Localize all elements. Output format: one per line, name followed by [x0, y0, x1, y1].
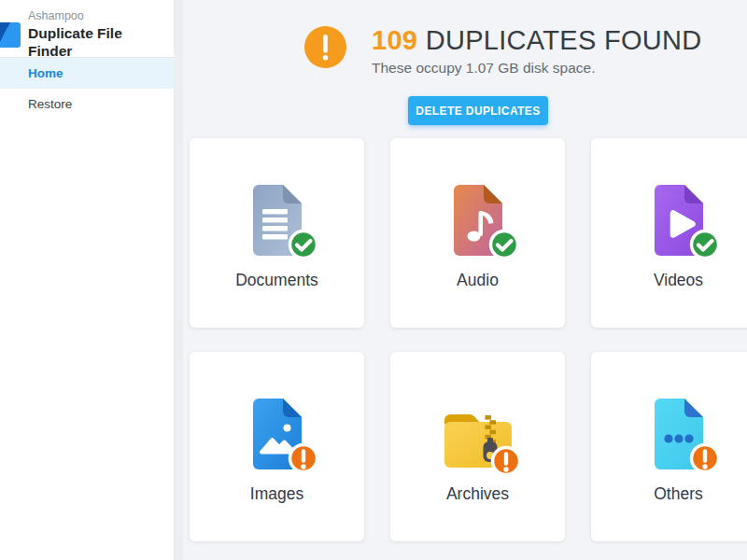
brand-header: Ashampoo Duplicate File Finder: [0, 0, 174, 58]
card-label: Documents: [235, 271, 318, 290]
page-title: 109 DUPLICATES FOUND: [372, 25, 702, 55]
card-others[interactable]: Others: [591, 352, 747, 541]
video-file-icon: [634, 179, 724, 269]
cta-row: DELETE DUPLICATES: [190, 96, 747, 125]
card-label: Audio: [457, 271, 499, 290]
duplicates-count: 109: [372, 25, 417, 55]
card-videos[interactable]: Videos: [591, 138, 747, 328]
archive-folder-icon: [433, 393, 523, 483]
summary-subtitle: These occupy 1.07 GB disk space.: [372, 60, 702, 77]
check-badge-icon: [490, 231, 517, 259]
exclamation-badge-icon: [492, 448, 519, 475]
card-audio[interactable]: Audio: [390, 138, 565, 328]
card-images[interactable]: Images: [190, 352, 364, 541]
document-file-icon: [233, 179, 322, 269]
image-file-icon: [233, 393, 322, 483]
card-archives[interactable]: Archives: [390, 352, 565, 541]
summary-header: 109 DUPLICATES FOUND These occupy 1.07 G…: [303, 25, 747, 77]
category-grid: Documents Audio: [190, 138, 747, 541]
sidebar-scrollbar-gutter: [174, 0, 183, 560]
sidebar: Ashampoo Duplicate File Finder Home Rest…: [0, 0, 174, 560]
brand-app-name: Duplicate File Finder: [28, 24, 164, 60]
sidebar-item-restore[interactable]: Restore: [0, 89, 174, 119]
card-label: Images: [250, 484, 303, 504]
audio-file-icon: [433, 179, 523, 269]
sidebar-nav: Home Restore: [0, 58, 174, 119]
sidebar-item-home[interactable]: Home: [0, 58, 174, 89]
exclamation-badge-icon: [691, 445, 718, 472]
app-window: Ashampoo Duplicate File Finder Home Rest…: [0, 0, 747, 560]
check-badge-icon: [691, 231, 718, 259]
duplicates-title: DUPLICATES FOUND: [426, 25, 702, 55]
summary-text: 109 DUPLICATES FOUND These occupy 1.07 G…: [372, 25, 702, 77]
card-documents[interactable]: Documents: [190, 138, 364, 328]
card-label: Archives: [446, 484, 509, 504]
delete-duplicates-button[interactable]: DELETE DUPLICATES: [408, 96, 548, 125]
main-content: 109 DUPLICATES FOUND These occupy 1.07 G…: [183, 0, 747, 560]
ashampoo-logo-icon: [0, 22, 21, 48]
card-label: Others: [654, 484, 703, 504]
exclamation-circle-icon: [303, 25, 347, 69]
other-file-icon: [634, 393, 724, 483]
exclamation-badge-icon: [289, 445, 317, 472]
brand-company: Ashampoo: [28, 9, 164, 23]
card-label: Videos: [654, 271, 703, 290]
check-badge-icon: [289, 231, 317, 259]
